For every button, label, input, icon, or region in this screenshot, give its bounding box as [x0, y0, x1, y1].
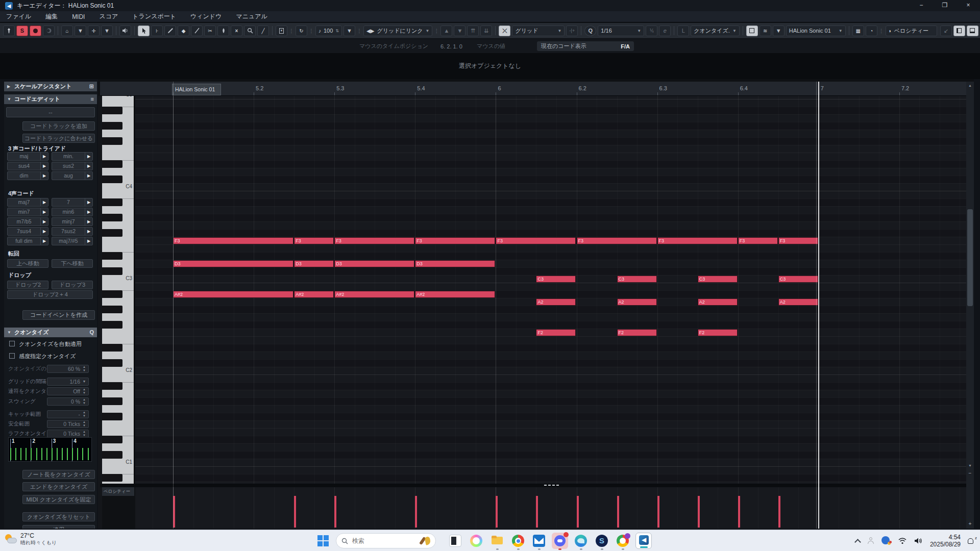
stepper-icon[interactable]: ▲ ▼ [82, 388, 87, 395]
menu-item-0[interactable]: ファイル [6, 12, 31, 21]
black-key[interactable] [102, 176, 122, 183]
discord-app-icon[interactable] [552, 533, 568, 549]
length-action-box[interactable]: クオンタイズ. ▼ [691, 26, 740, 36]
nudge-start-left-icon[interactable]: ▲ [440, 26, 452, 36]
stepper-icon[interactable]: ▲ ▼ [82, 411, 87, 418]
play-arrow-icon[interactable]: ▶ [85, 162, 92, 170]
black-key[interactable] [102, 252, 122, 260]
zoom-in-icon[interactable]: + [967, 521, 973, 528]
quantize-action2-button-0[interactable]: クオンタイズをリセット [22, 512, 95, 521]
left-zone-toggle-icon[interactable] [953, 26, 965, 36]
midi-note[interactable]: C3 [617, 276, 657, 283]
midi-note[interactable]: F3 [334, 237, 414, 244]
play-arrow-icon[interactable]: ▶ [40, 198, 48, 206]
midi-note[interactable]: F3 [577, 237, 657, 244]
show-part-borders-icon[interactable] [746, 26, 758, 36]
midi-note[interactable]: C3 [698, 276, 738, 283]
scroll-down-icon[interactable]: ▼ [967, 462, 973, 469]
midi-note[interactable]: F3 [173, 237, 293, 244]
midi-note[interactable]: D3 [415, 260, 495, 267]
splitter-handle-dash[interactable] [548, 485, 551, 486]
menu-item-5[interactable]: ウィンドウ [190, 12, 222, 21]
midi-note[interactable]: A2 [778, 298, 818, 306]
menu-item-4[interactable]: トランスポート [132, 12, 176, 21]
snap-type-box[interactable]: グリッド ▼ [512, 26, 565, 36]
midi-note[interactable]: A#2 [415, 291, 495, 298]
play-arrow-icon[interactable]: ▶ [85, 172, 92, 180]
black-key[interactable] [102, 359, 122, 367]
chord4-7-button[interactable]: 7▶ [52, 198, 93, 207]
scale-assistant-header-icon[interactable]: ⊞ [89, 83, 94, 90]
black-key[interactable] [102, 451, 122, 459]
tray-chevron-up-icon[interactable] [854, 539, 861, 545]
lane-splitter[interactable] [100, 484, 974, 487]
velocity-bar[interactable] [334, 496, 336, 528]
scroll-thumb[interactable] [967, 209, 973, 306]
play-arrow-icon[interactable]: ▶ [40, 153, 48, 160]
quantize-preset-value[interactable]: 1/16 [601, 28, 634, 34]
black-key[interactable] [102, 107, 122, 114]
weather-widget[interactable]: 27°C 晴れ時々くもり [4, 532, 57, 546]
insert-velocity-box[interactable]: ♪ 100 ⇅ [315, 26, 342, 36]
note-grid[interactable]: F3F3F3F3F3F3F3F3F3D3D3D3D3A#2A#2A#2A#2C3… [135, 96, 966, 484]
velocity-lane[interactable] [135, 487, 966, 529]
split-tool-icon[interactable]: ✂ [204, 26, 216, 36]
chord-edit-header[interactable]: ▼コードエディット≡ [4, 94, 97, 104]
part-list-dropdown-icon[interactable]: ▼ [773, 26, 785, 36]
chord4-maj7/#5-button[interactable]: maj7/#5▶ [52, 237, 93, 245]
edit-active-part-icon[interactable]: ≋ [760, 26, 771, 36]
quantize-panel-header[interactable]: ▼クオンタイズQ [4, 328, 97, 337]
quantize-action-button-2[interactable]: MIDI クオンタイズを固定 [22, 495, 95, 504]
snap-offset-icon[interactable]: -|+ [566, 26, 578, 36]
taskbar-search[interactable] [336, 533, 436, 548]
black-key[interactable] [102, 382, 122, 390]
chrome-app-icon[interactable] [512, 535, 524, 547]
black-key[interactable] [102, 229, 122, 237]
mute-tool-icon[interactable]: × [231, 26, 242, 36]
stepper-icon[interactable]: ⇅ [335, 29, 339, 33]
velocity-bar[interactable] [415, 496, 417, 528]
midi-note[interactable]: F3 [778, 237, 818, 244]
snap-type-value[interactable]: グリッド [515, 27, 555, 35]
inversion-button-0[interactable]: 上へ移動 [7, 259, 48, 268]
midi-note[interactable]: F2 [698, 329, 738, 336]
minimize-button[interactable]: − [910, 0, 933, 11]
black-key[interactable] [102, 137, 122, 145]
velocity-bar[interactable] [657, 496, 659, 528]
blue-s-app-icon[interactable]: S [596, 535, 608, 547]
play-arrow-icon[interactable]: ▶ [40, 162, 48, 170]
quantize-checkbox-1[interactable] [9, 353, 15, 359]
create-chord-event-button[interactable]: コードイベントを作成 [22, 310, 95, 320]
length-quantize-value[interactable]: グリッドにリンク [377, 27, 423, 35]
close-button[interactable]: × [957, 0, 980, 11]
copilot-app-icon[interactable] [470, 535, 482, 547]
part-selector-box[interactable]: HALion Sonic 01 ▼ [786, 26, 846, 36]
add-chord-track-button[interactable]: コードトラックを追加 [22, 121, 95, 131]
midi-note[interactable]: A#2 [173, 291, 293, 298]
quantize-panel-header-icon[interactable]: Q [89, 329, 94, 336]
midi-note[interactable]: C3 [536, 276, 576, 283]
file-explorer-icon[interactable] [491, 535, 503, 547]
triad-aug-button[interactable]: aug▶ [52, 171, 93, 180]
chord4-m7/b5-button[interactable]: m7/b5▶ [7, 217, 48, 226]
record-in-editor-button[interactable] [30, 26, 41, 36]
event-colors-box[interactable]: ◗ ベロシティー [886, 26, 937, 36]
step-input-dropdown-icon[interactable]: ▼ [75, 26, 86, 36]
midi-note[interactable]: D3 [173, 260, 293, 267]
velocity-bar[interactable] [698, 496, 700, 528]
restore-button[interactable]: ❐ [933, 0, 957, 11]
black-key[interactable] [102, 198, 122, 206]
cubase-taskbar-icon[interactable]: ◀ [635, 533, 652, 549]
dropdown-caret-icon[interactable]: ▼ [82, 378, 87, 385]
quantize-checkbox-0[interactable] [9, 341, 15, 346]
menu-item-2[interactable]: MIDI [72, 13, 85, 20]
play-arrow-icon[interactable]: ▶ [85, 228, 92, 235]
clock-widget[interactable]: 4:54 2025/08/29 [930, 534, 961, 548]
splitter-handle-dash[interactable] [552, 485, 555, 486]
play-arrow-icon[interactable]: ▶ [40, 218, 48, 226]
notification-bell-icon[interactable]: z [968, 537, 976, 545]
menu-item-3[interactable]: スコア [99, 12, 118, 21]
start-button[interactable] [317, 535, 329, 546]
quantize-action-button-0[interactable]: ノート長をクオンタイズ [22, 470, 95, 479]
menu-item-1[interactable]: 編集 [45, 12, 58, 21]
